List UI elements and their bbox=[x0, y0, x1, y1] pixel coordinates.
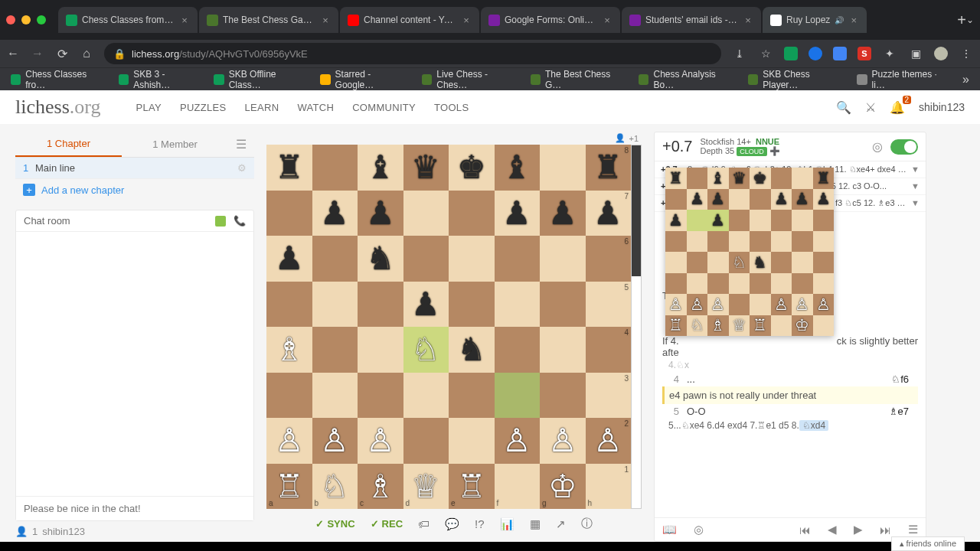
search-icon[interactable]: 🔍 bbox=[836, 100, 851, 115]
contributor-row[interactable]: 👤 1 shibin123 bbox=[15, 521, 254, 542]
server-analysis-icon[interactable]: 📊 bbox=[500, 517, 514, 531]
square-d2[interactable] bbox=[403, 418, 449, 464]
square-d7[interactable] bbox=[403, 191, 449, 236]
chat-input[interactable] bbox=[16, 496, 253, 520]
square-f2[interactable]: ♙ bbox=[495, 418, 541, 464]
square-b8[interactable] bbox=[312, 145, 358, 191]
square-h4[interactable]: 4 bbox=[586, 327, 632, 373]
glyph-icon[interactable]: !? bbox=[475, 517, 485, 530]
bookmark-item[interactable]: SKB 3 - Ashish… bbox=[114, 66, 204, 93]
square-f4[interactable] bbox=[495, 327, 541, 373]
square-d6[interactable] bbox=[403, 236, 449, 282]
study-menu-icon[interactable]: ☰ bbox=[228, 137, 254, 152]
square-c7[interactable]: ♟ bbox=[358, 191, 403, 236]
square-h6[interactable]: 6 bbox=[586, 236, 632, 282]
square-g7[interactable]: ♟ bbox=[540, 191, 586, 236]
nav-learn[interactable]: LEARN bbox=[245, 102, 279, 113]
bookmark-item[interactable]: SKB Chess Player… bbox=[743, 66, 848, 93]
browser-tab[interactable]: Ruy Lopez🔊× bbox=[763, 7, 867, 33]
square-f7[interactable]: ♟ bbox=[495, 191, 541, 236]
square-b6[interactable] bbox=[312, 236, 358, 282]
bookmark-item[interactable]: Starred - Google… bbox=[315, 66, 413, 93]
site-logo[interactable]: lichess.org bbox=[15, 96, 100, 119]
square-f1[interactable]: f bbox=[495, 464, 541, 510]
square-e5[interactable] bbox=[449, 282, 495, 328]
extension-icon[interactable]: S bbox=[858, 47, 871, 60]
close-tab-icon[interactable]: × bbox=[743, 15, 753, 25]
tab-members[interactable]: 1 Member bbox=[122, 132, 228, 156]
practice-icon[interactable]: ◎ bbox=[694, 523, 704, 536]
audio-icon[interactable]: 🔊 bbox=[835, 16, 844, 24]
square-d5[interactable]: ♟ bbox=[403, 282, 449, 328]
bookmark-item[interactable]: Chess Analysis Bo… bbox=[634, 66, 739, 93]
first-move-icon[interactable]: ⏮ bbox=[799, 523, 811, 536]
nav-play[interactable]: PLAY bbox=[136, 102, 161, 113]
prev-move-icon[interactable]: ◀ bbox=[828, 523, 837, 536]
square-d1[interactable]: ♕d bbox=[403, 464, 449, 510]
add-line-icon[interactable]: ➕ bbox=[769, 146, 780, 155]
nav-community[interactable]: COMMUNITY bbox=[352, 102, 416, 113]
expand-icon[interactable]: ▼ bbox=[911, 198, 920, 208]
square-e1[interactable]: ♖e bbox=[449, 464, 495, 510]
home-button[interactable]: ⌂ bbox=[80, 47, 93, 60]
expand-icon[interactable]: ▼ bbox=[911, 165, 920, 174]
add-chapter-button[interactable]: + Add a new chapter bbox=[15, 179, 254, 201]
square-e4[interactable]: ♞ bbox=[449, 327, 495, 373]
minimize-window-icon[interactable] bbox=[21, 15, 31, 24]
square-d4[interactable]: ♘ bbox=[403, 327, 449, 373]
challenge-icon[interactable]: ⚔ bbox=[865, 100, 876, 115]
square-g3[interactable] bbox=[540, 373, 586, 419]
square-c6[interactable]: ♞ bbox=[358, 236, 403, 282]
square-d8[interactable]: ♛ bbox=[403, 145, 449, 191]
square-h5[interactable]: 5 bbox=[586, 282, 632, 328]
square-e8[interactable]: ♚ bbox=[449, 145, 495, 191]
square-a2[interactable]: ♙ bbox=[266, 418, 312, 464]
eye-icon[interactable]: ◎ bbox=[872, 139, 883, 154]
square-h3[interactable]: 3 bbox=[586, 373, 632, 419]
sidepanel-icon[interactable]: ▣ bbox=[908, 46, 923, 61]
move-list[interactable]: The If 4.ck is slightly better afte 4.♘x… bbox=[655, 212, 926, 517]
square-a6[interactable]: ♟ bbox=[266, 236, 312, 282]
nav-puzzles[interactable]: PUZZLES bbox=[180, 102, 227, 113]
square-a8[interactable]: ♜ bbox=[266, 145, 312, 191]
bell-icon[interactable]: 🔔2 bbox=[890, 100, 905, 115]
bookmark-item[interactable]: Puzzle themes · li… bbox=[852, 66, 953, 93]
browser-tab[interactable]: Chess Classes from Jun× bbox=[58, 7, 198, 33]
browser-tab[interactable]: Students' email ids - Go× bbox=[622, 7, 761, 33]
extension-icon[interactable] bbox=[784, 47, 798, 60]
maximize-window-icon[interactable] bbox=[37, 15, 46, 24]
info-icon[interactable]: ⓘ bbox=[581, 517, 593, 531]
menu-icon[interactable]: ⋮ bbox=[959, 46, 974, 61]
square-g8[interactable] bbox=[540, 145, 586, 191]
square-h7[interactable]: ♟7 bbox=[586, 191, 632, 236]
voice-icon[interactable]: 📞 bbox=[234, 215, 246, 227]
extension-icon[interactable] bbox=[808, 47, 822, 60]
square-a1[interactable]: ♖a bbox=[266, 464, 312, 510]
square-c1[interactable]: ♗c bbox=[358, 464, 403, 510]
rec-button[interactable]: ✓ REC bbox=[371, 518, 403, 530]
square-e6[interactable] bbox=[449, 236, 495, 282]
pv-line[interactable]: +2.78... ♕h4 9. g3 ♕f6 10. ♘xc6+ bxc6 11… bbox=[655, 195, 926, 212]
close-tab-icon[interactable]: × bbox=[602, 15, 612, 25]
gear-icon[interactable]: ⚙ bbox=[237, 162, 247, 174]
bookmark-item[interactable]: Live Chess - Ches… bbox=[417, 66, 521, 93]
back-button[interactable]: ← bbox=[6, 47, 20, 60]
star-icon[interactable]: ☆ bbox=[758, 46, 773, 61]
square-d3[interactable] bbox=[403, 373, 449, 419]
square-g6[interactable] bbox=[540, 236, 586, 282]
square-b5[interactable] bbox=[312, 282, 358, 328]
close-window-icon[interactable] bbox=[6, 15, 15, 24]
square-b4[interactable] bbox=[312, 327, 358, 373]
square-f6[interactable] bbox=[495, 236, 541, 282]
comment-icon[interactable]: 💬 bbox=[445, 517, 459, 531]
close-tab-icon[interactable]: × bbox=[848, 15, 859, 25]
pv-line[interactable]: +0.78... ♕d6 9. ♘xc6 ♕xh2+ 10. ♔h1 ♕h4 1… bbox=[655, 161, 926, 178]
square-b2[interactable]: ♙ bbox=[312, 418, 358, 464]
install-app-icon[interactable]: ⤓ bbox=[732, 46, 747, 61]
square-c8[interactable]: ♝ bbox=[358, 145, 403, 191]
nav-tools[interactable]: TOOLS bbox=[434, 102, 469, 113]
square-a5[interactable] bbox=[266, 282, 312, 328]
square-c5[interactable] bbox=[358, 282, 403, 328]
browser-tab[interactable]: Channel content - YouTu× bbox=[340, 7, 479, 33]
square-g2[interactable]: ♙ bbox=[540, 418, 586, 464]
